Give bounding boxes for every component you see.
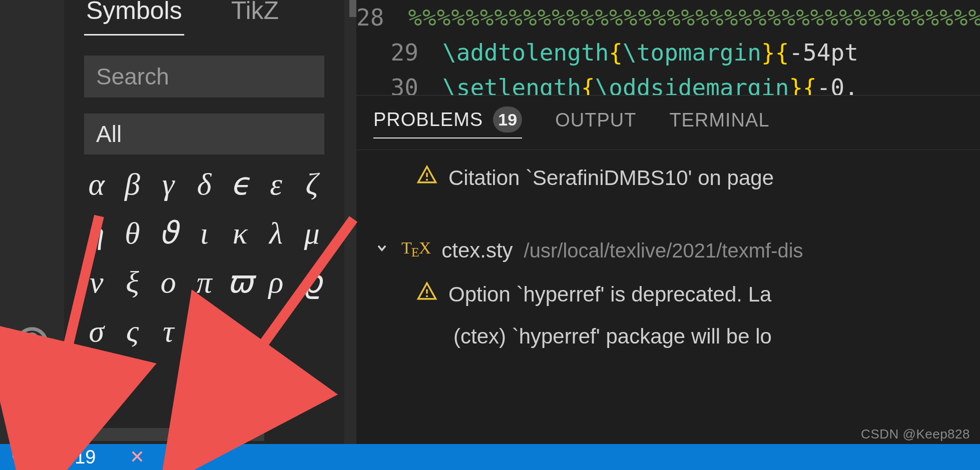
symbol-item[interactable]: ϵ bbox=[223, 168, 258, 200]
problem-item[interactable]: Citation `SerafiniDMBS10' on page bbox=[373, 157, 980, 199]
minimap-marker bbox=[349, 0, 356, 17]
symbol-item[interactable]: α bbox=[79, 168, 114, 200]
symbol-item[interactable]: ν bbox=[79, 266, 114, 298]
error-count: 0 bbox=[34, 446, 45, 468]
symbol-item[interactable]: ε bbox=[259, 168, 294, 200]
problem-item[interactable]: Option `hyperref' is deprecated. La bbox=[373, 274, 980, 316]
code-line: 29 \addtolength{\topmargin}{-54pt bbox=[356, 35, 980, 70]
symbol-item[interactable]: τ bbox=[151, 316, 186, 346]
side-panel-tabs: Symbols TikZ bbox=[64, 0, 344, 40]
problems-list: Citation `SerafiniDMBS10' on page TEX ct… bbox=[356, 150, 980, 358]
warning-icon bbox=[416, 274, 437, 316]
bottom-panel-tabs: PROBLEMS 19 OUTPUT TERMINAL bbox=[356, 96, 980, 150]
settings-gear-icon[interactable] bbox=[15, 393, 49, 429]
symbol-item[interactable]: σ bbox=[79, 316, 114, 346]
symbol-item[interactable]: ϑ bbox=[151, 218, 186, 248]
symbol-item[interactable]: ο bbox=[151, 266, 186, 298]
accounts-icon[interactable] bbox=[15, 326, 49, 362]
symbol-item[interactable]: ι bbox=[187, 218, 222, 248]
problem-file-name: ctex.sty bbox=[441, 230, 513, 272]
symbol-grid: α β γ δ ϵ ε ζ η θ ϑ ι κ λ μ ν ξ ο π ϖ ρ … bbox=[79, 168, 329, 346]
code-arg: \topmargin bbox=[623, 39, 761, 66]
warning-icon bbox=[52, 446, 70, 468]
symbol-panel-scrollbar[interactable] bbox=[84, 428, 264, 441]
symbol-item[interactable]: μ bbox=[294, 218, 329, 248]
problem-message: Option `hyperref' is deprecated. La bbox=[448, 274, 771, 316]
problem-message: (ctex) `hyperref' package will be lo bbox=[453, 316, 772, 358]
symbol-category-select[interactable]: All bbox=[84, 114, 324, 154]
search-placeholder: Search bbox=[96, 63, 169, 90]
svg-point-1 bbox=[27, 334, 37, 344]
bottom-panel: PROBLEMS 19 OUTPUT TERMINAL Citation `Se… bbox=[356, 95, 980, 444]
symbol-item[interactable]: ϱ bbox=[294, 266, 329, 298]
line-number: 29 bbox=[356, 35, 442, 70]
problem-file-group[interactable]: TEX ctex.sty /usr/local/texlive/2021/tex… bbox=[373, 227, 980, 274]
code-editor[interactable]: 28 %%%%%%%%%%%%%%%%%%%%%%%%%%%%%%%%%%%%%… bbox=[356, 0, 980, 110]
symbol-item[interactable]: ϖ bbox=[223, 266, 258, 298]
activity-bar bbox=[0, 0, 64, 444]
line-number: 28 bbox=[356, 0, 408, 35]
problem-file-path: /usr/local/texlive/2021/texmf-dis bbox=[524, 230, 803, 272]
status-warnings[interactable]: 19 bbox=[52, 446, 96, 468]
tab-tikz[interactable]: TikZ bbox=[229, 0, 281, 36]
symbol-item[interactable]: θ bbox=[115, 218, 150, 248]
chevron-down-icon bbox=[373, 230, 390, 272]
status-bar: 0 19 ✕ bbox=[0, 444, 980, 470]
symbol-item[interactable]: η bbox=[79, 218, 114, 248]
code-command: \addtolength bbox=[442, 39, 609, 66]
close-icon[interactable]: ✕ bbox=[130, 446, 145, 468]
problem-message: Citation `SerafiniDMBS10' on page bbox=[448, 157, 774, 199]
code-arg: -54pt bbox=[789, 39, 858, 66]
symbol-item[interactable]: γ bbox=[151, 168, 186, 200]
tab-problems[interactable]: PROBLEMS 19 bbox=[373, 106, 522, 138]
symbol-item[interactable]: π bbox=[187, 266, 222, 298]
status-errors[interactable]: 0 bbox=[11, 446, 45, 468]
watermark: CSDN @Keep828 bbox=[861, 426, 970, 442]
svg-point-4 bbox=[426, 295, 428, 297]
problem-item-continuation: (ctex) `hyperref' package will be lo bbox=[373, 316, 980, 358]
symbol-item[interactable]: ζ bbox=[294, 168, 329, 200]
tab-output[interactable]: OUTPUT bbox=[555, 110, 636, 136]
tex-file-icon: TEX bbox=[401, 227, 430, 274]
svg-point-2 bbox=[28, 406, 37, 414]
symbol-item[interactable]: ς bbox=[115, 316, 150, 346]
symbol-item[interactable]: δ bbox=[187, 168, 222, 200]
symbol-item[interactable]: β bbox=[115, 168, 150, 200]
symbol-item[interactable]: λ bbox=[259, 218, 294, 248]
problems-count-badge: 19 bbox=[493, 106, 522, 132]
latex-side-panel: Symbols TikZ Search All α β γ δ ϵ ε ζ η … bbox=[64, 0, 344, 444]
tab-label: PROBLEMS bbox=[373, 109, 483, 130]
tab-terminal[interactable]: TERMINAL bbox=[669, 110, 769, 136]
code-line: 28 %%%%%%%%%%%%%%%%%%%%%%%%%%%%%%%%%%%%%… bbox=[356, 0, 980, 35]
code-comment: %%%%%%%%%%%%%%%%%%%%%%%%%%%%%%%%%%%%%%%%… bbox=[408, 4, 980, 31]
symbol-item[interactable]: ρ bbox=[259, 266, 294, 298]
panel-divider[interactable] bbox=[344, 0, 356, 444]
symbol-item[interactable]: ξ bbox=[115, 266, 150, 298]
symbol-category-label: All bbox=[96, 120, 122, 148]
error-icon bbox=[11, 446, 29, 468]
warning-icon bbox=[416, 157, 437, 199]
warning-count: 19 bbox=[75, 446, 96, 468]
symbol-search-input[interactable]: Search bbox=[84, 56, 324, 98]
svg-point-6 bbox=[60, 458, 61, 460]
tab-symbols[interactable]: Symbols bbox=[84, 0, 184, 36]
symbol-item[interactable]: κ bbox=[223, 218, 258, 248]
svg-point-3 bbox=[426, 178, 428, 180]
